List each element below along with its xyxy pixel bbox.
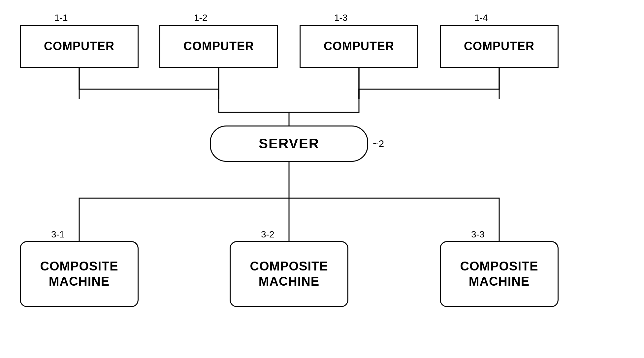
- computer-1-1-label: COMPUTER: [44, 39, 114, 53]
- server-id: ~2: [373, 138, 384, 149]
- computer-1-1-id: 1-1: [54, 13, 68, 23]
- composite-3-3-label: COMPOSITE MACHINE: [460, 259, 538, 289]
- computer-1-3: COMPUTER: [300, 25, 418, 68]
- composite-3-1-id: 3-1: [51, 229, 64, 240]
- computer-1-2: COMPUTER: [159, 25, 278, 68]
- computer-1-1: COMPUTER: [20, 25, 139, 68]
- composite-3-1: COMPOSITE MACHINE: [20, 241, 139, 307]
- computer-1-4-id: 1-4: [474, 13, 488, 23]
- composite-3-3-id: 3-3: [471, 229, 484, 240]
- composite-3-3: COMPOSITE MACHINE: [440, 241, 559, 307]
- computer-1-3-id: 1-3: [334, 13, 347, 23]
- composite-3-2: COMPOSITE MACHINE: [230, 241, 348, 307]
- computer-1-4: COMPUTER: [440, 25, 559, 68]
- composite-3-2-label: COMPOSITE MACHINE: [250, 259, 328, 289]
- computer-1-2-id: 1-2: [194, 13, 207, 23]
- diagram: COMPUTER 1-1 COMPUTER 1-2 COMPUTER 1-3 C…: [0, 0, 644, 358]
- composite-3-1-label: COMPOSITE MACHINE: [40, 259, 118, 289]
- computer-1-3-label: COMPUTER: [324, 39, 394, 53]
- composite-3-2-id: 3-2: [261, 229, 274, 240]
- computer-1-2-label: COMPUTER: [183, 39, 254, 53]
- computer-1-4-label: COMPUTER: [464, 39, 534, 53]
- server-box: SERVER: [210, 125, 368, 162]
- server-label: SERVER: [259, 136, 319, 152]
